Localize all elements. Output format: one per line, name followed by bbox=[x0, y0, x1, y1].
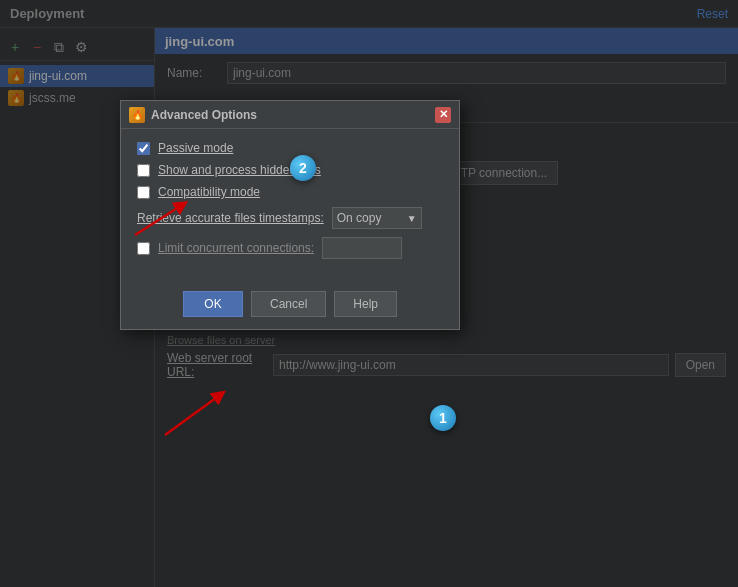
modal-title-text: Advanced Options bbox=[151, 108, 429, 122]
compat-mode-checkbox[interactable] bbox=[137, 186, 150, 199]
limit-label: Limit concurrent connections: bbox=[158, 241, 314, 255]
timestamp-arrow-icon: ▼ bbox=[407, 213, 417, 224]
compat-mode-label: Compatibility mode bbox=[158, 185, 260, 199]
limit-checkbox[interactable] bbox=[137, 242, 150, 255]
cancel-button[interactable]: Cancel bbox=[251, 291, 326, 317]
svg-line-1 bbox=[165, 395, 220, 435]
modal-title-icon: 🔥 bbox=[129, 107, 145, 123]
arrow-1-icon bbox=[130, 200, 190, 240]
modal-overlay: 🔥 Advanced Options ✕ Passive mode Show a… bbox=[0, 0, 738, 587]
modal-footer: OK Cancel Help bbox=[121, 283, 459, 329]
passive-mode-row: Passive mode bbox=[137, 141, 443, 155]
arrow-2-icon bbox=[160, 390, 230, 440]
timestamp-value: On copy bbox=[337, 211, 403, 225]
badge-2: 2 bbox=[290, 155, 316, 181]
badge-1: 1 bbox=[430, 405, 456, 431]
show-hidden-checkbox[interactable] bbox=[137, 164, 150, 177]
svg-line-0 bbox=[135, 205, 182, 235]
timestamp-dropdown[interactable]: On copy ▼ bbox=[332, 207, 422, 229]
passive-mode-label: Passive mode bbox=[158, 141, 233, 155]
modal-titlebar: 🔥 Advanced Options ✕ bbox=[121, 101, 459, 129]
limit-row: Limit concurrent connections: bbox=[137, 237, 443, 259]
compat-mode-row: Compatibility mode bbox=[137, 185, 443, 199]
modal-close-button[interactable]: ✕ bbox=[435, 107, 451, 123]
limit-input[interactable] bbox=[322, 237, 402, 259]
ok-button[interactable]: OK bbox=[183, 291, 243, 317]
help-button[interactable]: Help bbox=[334, 291, 397, 317]
passive-mode-checkbox[interactable] bbox=[137, 142, 150, 155]
